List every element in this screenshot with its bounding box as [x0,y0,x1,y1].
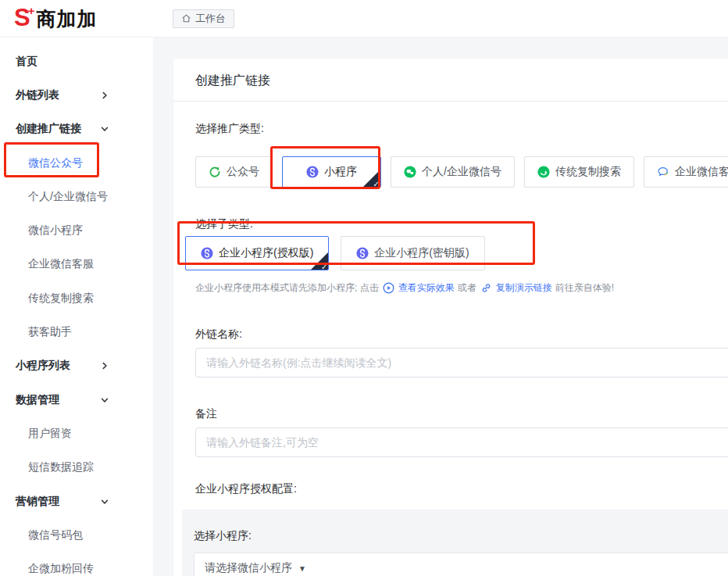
sidebar-item-home[interactable]: 首页 [0,45,153,78]
tip-text: 前往亲自体验! [555,281,614,295]
miniprogram-icon [356,247,369,259]
sidebar-item-wechat-miniprogram[interactable]: 微信小程序 [0,213,153,247]
sidebar-item-sms-data-tracking[interactable]: 短信数据追踪 [0,451,153,485]
subtype-enterprise-miniprogram-key-button[interactable]: 企业小程序(密钥版) [341,236,484,270]
check-icon: ✓ [373,180,380,188]
create-promo-link-card: 创建推广链接 选择推广类型: 公众号 [173,59,728,576]
promo-type-label-text: 企业微信客服 [675,165,728,179]
sidebar-item-traditional-copy-search[interactable]: 传统复制搜索 [0,281,153,315]
subtype-enterprise-miniprogram-auth-button[interactable]: 企业小程序(授权版) ✓ [185,236,329,270]
miniprogram-select-value: 请选择微信小程序 [205,561,292,575]
sidebar-nav: 首页 外链列表 创建推广链接 微信公众号 个人/企业微信号 微信小程序 企业微信… [0,38,153,576]
chevron-right-icon [100,361,109,370]
promo-type-wecom-service-button[interactable]: 企业微信客服 [644,156,728,188]
play-icon [383,282,394,294]
wechat-icon [404,166,416,178]
sidebar-item-user-leads[interactable]: 用户留资 [0,417,153,450]
promo-type-label-text: 传统复制搜索 [555,165,621,179]
promo-type-personal-enterprise-wechat-button[interactable]: 个人/企业微信号 [391,156,515,188]
logo-plus-mark: + [28,6,35,16]
promo-type-copy-search-button[interactable]: 传统复制搜索 [524,156,634,188]
promo-type-label-text: 小程序 [324,165,357,179]
tip-text: 企业小程序使用本模式请先添加小程序; 点击 [195,281,379,295]
sidebar-item-personal-enterprise-wechat[interactable]: 个人/企业微信号 [0,180,153,213]
workbench-label: 工作台 [195,12,226,26]
view-actual-effect-link[interactable]: 查看实际效果 [398,281,455,295]
sidebar-item-create-promo-link[interactable]: 创建推广链接 [0,113,153,146]
copy-demo-link[interactable]: 复制演示链接 [496,281,552,295]
promo-type-miniprogram-button[interactable]: 小程序 ✓ [282,156,381,188]
link-name-label: 外链名称: [195,327,728,342]
subtype-label-text: 企业小程序(授权版) [219,246,313,260]
sub-type-label: 选择子类型: [195,217,728,231]
remark-label: 备注 [195,407,728,421]
check-icon: ✓ [321,263,327,270]
auth-config-panel: 选择小程序: 请选择微信小程序 ▼ [182,510,728,576]
chevron-right-icon [100,91,109,100]
promo-type-label-text: 个人/企业微信号 [422,165,501,179]
chevron-down-icon [100,497,109,506]
link-name-input[interactable] [195,348,728,377]
sidebar-item-wechat-number-pack[interactable]: 微信号码包 [0,518,153,552]
app-logo[interactable]: S + 商加加 [0,6,153,31]
miniprogram-icon [306,166,319,178]
sidebar-item-customer-acquisition-assistant[interactable]: 获客助手 [0,315,153,349]
logo-brand-text: 商加加 [36,6,97,31]
remark-input[interactable] [195,428,728,457]
sidebar-item-wechat-official-account[interactable]: 微信公众号 [0,146,153,180]
subtype-label-text: 企业小程序(密钥版) [374,246,469,260]
sidebar-item-link-list[interactable]: 外链列表 [0,78,153,112]
app-window: S + 商加加 工作台 首页 外链列表 创建推广链接 [0,0,728,576]
wecom-icon [657,166,669,178]
sidebar-item-data-management[interactable]: 数据管理 [0,383,153,417]
miniprogram-icon [201,247,213,259]
top-header: S + 商加加 工作台 [0,0,728,38]
tip-text: 或者 [458,281,476,295]
sidebar-item-wecom-customer-service[interactable]: 企业微信客服 [0,248,153,281]
promo-type-official-account-button[interactable]: 公众号 [195,156,273,188]
chevron-down-icon [100,124,109,134]
promo-type-row: 公众号 小程序 ✓ [195,156,728,188]
sidebar-item-wecom-fans-callback[interactable]: 企微加粉回传 [0,552,153,576]
auth-config-label: 企业小程序授权配置: [195,482,728,496]
home-icon [181,13,191,23]
chevron-down-icon [100,395,109,405]
official-account-icon [209,166,221,178]
sidebar-item-marketing-management[interactable]: 营销管理 [0,485,153,518]
subtype-help-tip: 企业小程序使用本模式请先添加小程序; 点击 查看实际效果 或者 [195,281,728,295]
page-title: 创建推广链接 [173,59,728,102]
sidebar-item-miniprogram-list[interactable]: 小程序列表 [0,349,153,383]
copy-search-icon [537,166,550,178]
link-icon [480,282,492,294]
caret-down-icon: ▼ [298,564,306,573]
miniprogram-select[interactable]: 请选择微信小程序 ▼ [194,553,728,576]
sub-type-row: 企业小程序(授权版) ✓ 企业小程序(密钥版) [185,236,728,270]
select-miniprogram-label: 选择小程序: [194,529,728,543]
workbench-button[interactable]: 工作台 [173,9,234,28]
promo-type-label: 选择推广类型: [195,122,728,136]
promo-type-label-text: 公众号 [227,165,259,179]
